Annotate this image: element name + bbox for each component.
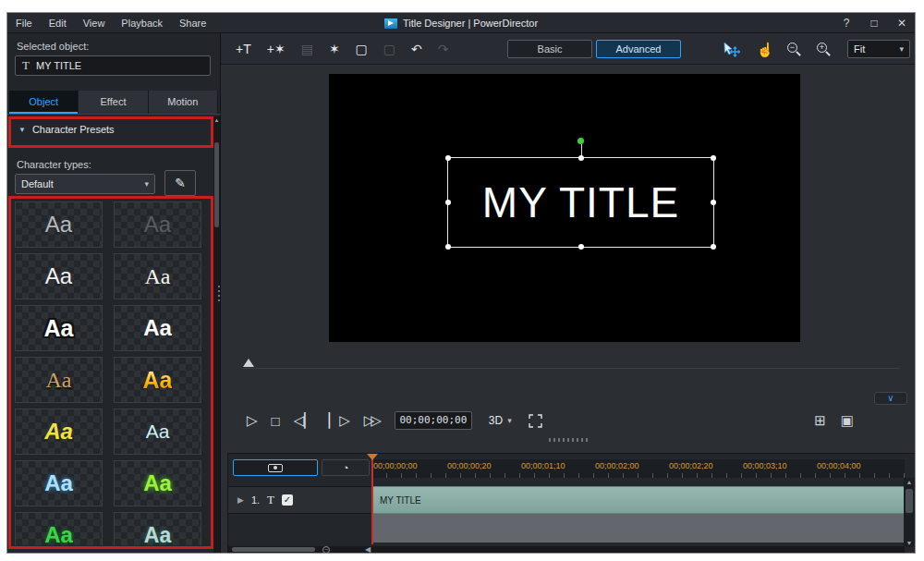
grid-toggle-button[interactable]: ⊞ (814, 412, 826, 429)
scroll-down-icon[interactable]: ▼ (904, 540, 915, 546)
timeline-scrollbar-thumb[interactable] (906, 489, 913, 513)
character-preset-8[interactable]: Aa (114, 357, 201, 403)
timeline-hscroll-thumb[interactable] (232, 547, 315, 552)
menu-edit[interactable]: Edit (41, 13, 75, 33)
timeline-scroll-left-icon[interactable]: ◀ (365, 545, 371, 554)
ruler-timecode: 00;00;02;00 (595, 461, 669, 470)
timecode-display[interactable]: 00;00;00;00 (395, 411, 472, 430)
title-selection-box[interactable]: MY TITLE (447, 157, 714, 248)
panel-scrollbar-thumb[interactable] (214, 142, 219, 227)
previous-frame-button[interactable]: ◁▏ (294, 412, 315, 429)
panel-scroll-up-icon[interactable]: ▲ (213, 117, 220, 123)
toolbar-icons: +T+✶▤✶▢▢↶↷ (236, 33, 449, 65)
playback-bar: ▷ □ ◁▏ ▏▷ ▷▷ 00;00;00;00 3D ▾ (221, 407, 915, 434)
menu-view[interactable]: View (75, 13, 114, 33)
preview-canvas[interactable]: MY TITLE (329, 74, 800, 342)
character-preset-14[interactable]: Aa (114, 512, 201, 545)
keyframe-record-button[interactable] (233, 459, 318, 476)
character-presets-header[interactable]: ▼ Character Presets (18, 124, 115, 135)
character-preset-9[interactable]: Aa (15, 409, 103, 455)
boundary-box-button[interactable]: ▢ (356, 42, 368, 56)
character-preset-4[interactable]: Aa (114, 253, 201, 299)
title-clip[interactable]: MY TITLE (371, 486, 905, 514)
menu-share[interactable]: Share (171, 13, 214, 33)
hand-tool-button[interactable]: ☝ (755, 41, 775, 59)
play-button[interactable]: ▷ (247, 412, 258, 429)
timeline-ruler[interactable]: 00;00;00;0000;00;00;2000;00;01;1000;00;0… (371, 459, 905, 478)
insert-effect-button[interactable]: ✶ (329, 42, 340, 56)
timeline-vertical-scrollbar[interactable]: ▲ ▼ (904, 478, 915, 547)
resize-handle-middle-right[interactable] (711, 200, 716, 205)
character-preset-7[interactable]: Aa (15, 357, 103, 403)
ruler-timecode: 00;00;04;00 (817, 461, 891, 470)
timeline: ◔ 00;00;00;0000;00;00;2000;00;01;1000;00… (227, 453, 916, 554)
playhead-line[interactable] (371, 459, 373, 544)
text-track-icon: T (267, 493, 274, 507)
basic-mode-button[interactable]: Basic (507, 40, 592, 58)
help-button[interactable]: ? (839, 17, 854, 30)
fast-forward-button[interactable]: ▷▷ (364, 412, 378, 429)
character-preset-5[interactable]: Aa (15, 305, 103, 351)
3d-mode-dropdown[interactable]: 3D ▾ (489, 414, 512, 427)
resize-handle-bottom-middle[interactable] (578, 244, 584, 250)
resize-handle-bottom-left[interactable] (445, 244, 451, 250)
resize-handle-bottom-right[interactable] (711, 244, 716, 250)
character-preset-12[interactable]: Aa (114, 460, 201, 506)
select-move-tool-button[interactable] (720, 41, 742, 59)
advanced-mode-button[interactable]: Advanced (596, 40, 681, 58)
zoom-fit-dropdown[interactable]: Fit ▾ (847, 40, 910, 58)
preset-sample-text: Aa (44, 419, 73, 445)
preview-seek-marker[interactable] (243, 359, 254, 367)
character-preset-6[interactable]: Aa (114, 305, 201, 351)
maximize-button[interactable]: □ (867, 17, 881, 30)
scroll-up-icon[interactable]: ▲ (904, 479, 915, 485)
track-enabled-checkbox[interactable]: ✓ (282, 494, 293, 506)
preset-sample-text: Aa (44, 522, 73, 545)
panel-splitter-handle[interactable] (218, 286, 220, 302)
character-preset-2[interactable]: Aa (114, 201, 201, 248)
fullscreen-preview-button[interactable] (529, 414, 542, 428)
resize-handle-middle-left[interactable] (445, 200, 451, 205)
playhead-marker[interactable] (367, 454, 378, 460)
tab-motion[interactable]: Motion (149, 91, 218, 114)
resize-handle-top-right[interactable] (711, 155, 716, 161)
ruler-timecode: 00;00;00;00 (373, 461, 447, 470)
character-preset-11[interactable]: Aa (15, 460, 103, 506)
preview-title-text[interactable]: MY TITLE (482, 177, 679, 227)
panel-scrollbar[interactable] (213, 116, 220, 553)
next-frame-button[interactable]: ▏▷ (329, 412, 350, 429)
timeline-zoom-out-button[interactable]: − (322, 546, 330, 554)
insert-text-button[interactable]: +T (236, 42, 251, 56)
insert-particle-button[interactable]: +✶ (267, 42, 286, 56)
zoom-in-button[interactable]: + (816, 41, 833, 59)
collapse-panel-button[interactable]: ∨ (874, 392, 907, 405)
timeline-splitter-handle[interactable] (549, 438, 590, 442)
character-preset-3[interactable]: Aa (15, 253, 103, 299)
tab-effect[interactable]: Effect (79, 91, 148, 114)
preset-sample-text: Aa (144, 212, 171, 238)
zoom-out-button[interactable]: − (786, 41, 803, 59)
rotate-handle[interactable] (578, 138, 584, 144)
track-expand-icon[interactable]: ▶ (237, 495, 244, 505)
manage-character-types-button[interactable]: ✎ (164, 170, 196, 196)
preview-seek-track[interactable] (243, 368, 900, 369)
tab-object[interactable]: Object (9, 91, 79, 114)
timeline-horizontal-scrollbar[interactable]: − ◀ (228, 546, 905, 554)
empty-track-area[interactable] (371, 514, 905, 543)
keyframe-timing-button[interactable]: ◔ (322, 459, 370, 476)
tv-safe-zone-button[interactable]: ▣ (841, 412, 854, 429)
resize-handle-top-left[interactable] (445, 155, 451, 161)
close-button[interactable]: ✕ (894, 17, 909, 30)
character-preset-13[interactable]: Aa (15, 512, 103, 545)
selected-object-field[interactable]: T MY TITLE (15, 55, 211, 76)
undo-button[interactable]: ↶ (411, 42, 422, 56)
character-preset-10[interactable]: Aa (114, 409, 201, 455)
resize-handle-top-middle[interactable] (578, 155, 584, 161)
menu-file[interactable]: File (7, 13, 41, 33)
ruler-ticks (371, 473, 905, 478)
character-preset-1[interactable]: Aa (15, 201, 103, 248)
character-types-dropdown[interactable]: Default ▾ (15, 174, 155, 194)
menu-playback[interactable]: Playback (113, 13, 171, 33)
preset-sample-text: Aa (144, 523, 171, 546)
stop-button[interactable]: □ (272, 413, 280, 429)
